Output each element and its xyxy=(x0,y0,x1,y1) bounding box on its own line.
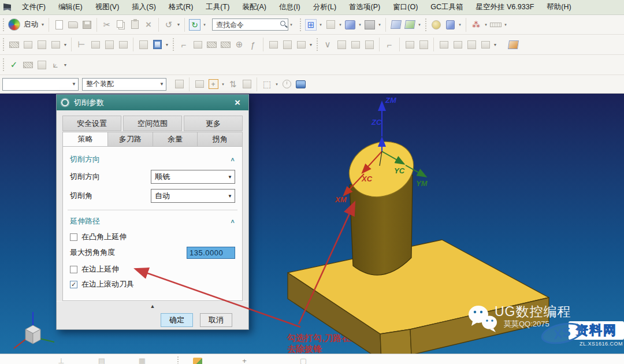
tab-stock[interactable]: 余量 xyxy=(153,132,198,147)
toolbar2-icon[interactable] xyxy=(116,37,130,52)
start-dropdown-caret[interactable]: ▼ xyxy=(40,17,46,32)
toolbar3-caret[interactable]: ▼ xyxy=(62,57,68,72)
toolbar2-icon[interactable] xyxy=(362,37,376,52)
menu-file[interactable]: 文件(F) xyxy=(16,0,52,14)
bottom-toolbar-color-icon[interactable] xyxy=(193,358,202,364)
tab-spatial-range[interactable]: 空间范围 xyxy=(123,116,182,131)
toolbar2-caret[interactable]: ▼ xyxy=(308,37,314,52)
undo-button[interactable]: ↺ xyxy=(162,17,176,32)
save-button[interactable] xyxy=(80,17,94,32)
navigate-button[interactable] xyxy=(443,17,457,32)
toolbar-grip[interactable] xyxy=(176,356,180,364)
collapse-chevron-icon[interactable]: ∧ xyxy=(230,218,235,224)
toolbar2-icon[interactable] xyxy=(49,37,62,52)
collapse-chevron-icon[interactable]: ∧ xyxy=(230,156,235,162)
undo-dropdown-caret[interactable]: ▼ xyxy=(176,17,181,32)
background-button[interactable] xyxy=(363,17,377,32)
menu-preferences[interactable]: 首选项(P) xyxy=(343,0,387,14)
toolbar2-icon[interactable] xyxy=(35,37,49,52)
measure-button[interactable]: ⁂ xyxy=(469,17,483,32)
select-rect-button[interactable]: ⬚ xyxy=(260,77,274,92)
extend-at-edge-checkbox[interactable] xyxy=(70,266,77,273)
tab-strategy[interactable]: 策略 xyxy=(62,132,108,147)
toolbar2-caret[interactable]: ▼ xyxy=(62,37,68,52)
dialog-collapse-strip[interactable]: ▲ xyxy=(57,301,248,310)
toolbar2-caret[interactable]: ▼ xyxy=(492,37,498,52)
menu-insert[interactable]: 插入(S) xyxy=(125,0,162,14)
toolbar2-icon[interactable] xyxy=(102,37,116,52)
profile-icon[interactable]: ⌐ xyxy=(177,37,191,52)
start-button[interactable]: 启动 xyxy=(24,20,38,29)
menu-help[interactable]: 帮助(H) xyxy=(540,0,577,14)
bottom-toolbar-icon[interactable]: ▤ xyxy=(95,356,108,364)
find-component-icon[interactable] xyxy=(172,77,186,92)
menu-window[interactable]: 窗口(O) xyxy=(387,0,424,14)
toolbar2-icon[interactable] xyxy=(280,37,294,52)
toolbar2-icon[interactable] xyxy=(478,37,492,52)
menu-starry-plugin[interactable]: 星空外挂 V6.933F xyxy=(470,0,541,14)
toolbar3-icon[interactable] xyxy=(35,57,49,72)
toolbar2-icon[interactable] xyxy=(451,37,465,52)
cut-button[interactable]: ✂ xyxy=(100,17,114,32)
new-file-button[interactable] xyxy=(52,17,66,32)
role-button[interactable] xyxy=(429,17,443,32)
menu-information[interactable]: 信息(I) xyxy=(273,0,307,14)
command-search-input[interactable] xyxy=(212,18,288,31)
open-button[interactable] xyxy=(66,17,80,32)
bottom-toolbar-icon[interactable]: + xyxy=(238,356,251,364)
menu-format[interactable]: 格式(R) xyxy=(162,0,199,14)
toolbar3-icon[interactable] xyxy=(21,57,35,72)
cut-angle-select[interactable]: 自动 ▼ xyxy=(151,189,235,203)
ruler-dropdown-caret[interactable]: ▾ xyxy=(503,17,508,32)
shaded-dropdown-caret[interactable]: ▾ xyxy=(357,17,363,32)
menu-edit[interactable]: 编辑(E) xyxy=(52,0,89,14)
tab-safety-settings[interactable]: 安全设置 xyxy=(62,116,121,131)
toolbar2-icon[interactable] xyxy=(403,37,417,52)
line-icon[interactable] xyxy=(191,37,205,52)
fit-view-button[interactable]: ⊞ xyxy=(304,17,318,32)
circle-center-icon[interactable]: ⊕ xyxy=(232,37,246,52)
roll-tool-checkbox[interactable]: ✓ xyxy=(70,281,77,288)
search-dropdown-caret[interactable]: ▾ xyxy=(288,17,294,32)
toolbar2-icon[interactable] xyxy=(417,37,430,52)
datum-csys-icon[interactable]: ⟀ xyxy=(49,57,62,72)
verify-icon[interactable]: ∨ xyxy=(321,37,335,52)
drag-icon[interactable] xyxy=(240,77,254,92)
cancel-button[interactable]: 取消 xyxy=(200,313,232,327)
collapse-arrow-icon[interactable]: ▲ xyxy=(150,303,155,309)
hatch-icon[interactable] xyxy=(218,37,232,52)
toolbar-grip[interactable] xyxy=(2,18,5,31)
background-dropdown-caret[interactable]: ▾ xyxy=(377,17,382,32)
delete-button[interactable]: × xyxy=(142,17,155,32)
measure-dropdown-caret[interactable]: ▾ xyxy=(483,17,489,32)
menu-gc-toolbox[interactable]: GC工具箱 xyxy=(424,0,469,14)
ruler-button[interactable] xyxy=(489,17,503,32)
toolbar-grip[interactable] xyxy=(315,38,319,51)
bottom-toolbar-icon[interactable]: ▦ xyxy=(136,356,148,364)
navigate-dropdown-caret[interactable]: ▾ xyxy=(457,17,463,32)
toolbar2-icon[interactable]: ⊢ xyxy=(75,37,88,52)
tab-more[interactable]: 更多 xyxy=(184,116,243,131)
toolbar-grip[interactable] xyxy=(299,18,302,31)
toolbar-grip[interactable] xyxy=(424,18,428,31)
history-icon[interactable] xyxy=(280,77,294,92)
window-dropdown-caret[interactable]: ▾ xyxy=(417,17,422,32)
selection-scope-combo[interactable]: 整个装配 ▼ xyxy=(82,78,166,91)
shaded-view-button[interactable] xyxy=(343,17,357,32)
toolbar-grip[interactable] xyxy=(172,38,175,51)
toolbar2-icon[interactable] xyxy=(348,37,362,52)
menu-assemblies[interactable]: 装配(A) xyxy=(236,0,273,14)
orient-dropdown-caret[interactable]: ▾ xyxy=(337,17,343,32)
window-cascade-button[interactable] xyxy=(403,17,417,32)
bottom-toolbar-icon[interactable]: ▢ xyxy=(297,356,310,364)
toolbar2-icon[interactable] xyxy=(88,37,102,52)
selection-dropdown-caret[interactable]: ▾ xyxy=(220,77,226,92)
solid-body-icon[interactable] xyxy=(294,77,307,92)
toolbar2-icon[interactable]: ⌐ xyxy=(382,37,396,52)
add-selection-button[interactable]: + xyxy=(206,77,220,92)
paste-button[interactable] xyxy=(128,17,142,32)
toolbar2-icon[interactable] xyxy=(437,37,451,52)
rotate-selection-icon[interactable]: ⇅ xyxy=(226,77,240,92)
spline-icon[interactable]: ƒ xyxy=(246,37,260,52)
toolbar2-icon[interactable] xyxy=(335,37,348,52)
